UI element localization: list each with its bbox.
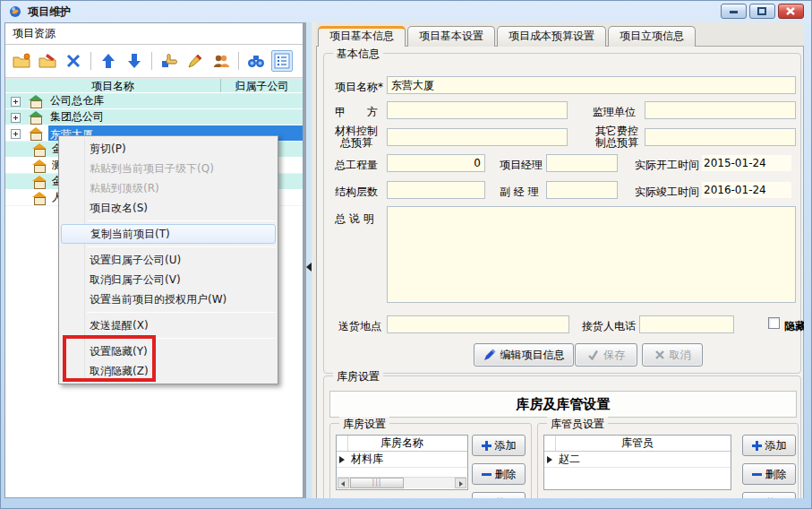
menu-item-copy-project[interactable]: 复制当前项目(T) xyxy=(61,224,276,244)
maximize-button[interactable] xyxy=(749,4,775,19)
modify-pencil-icon xyxy=(751,497,762,498)
menu-item-cut[interactable]: 剪切(P) xyxy=(59,139,278,159)
party-a-label: 甲 方 xyxy=(335,105,378,120)
actual-start-value[interactable]: 2015-01-24 xyxy=(702,155,791,171)
scroll-thumb[interactable] xyxy=(350,478,404,488)
warehouse-subgroup: 库房设置 库房名称 材料库 添加 xyxy=(329,423,532,498)
warehouse-remove-button[interactable]: 删除 xyxy=(472,463,526,485)
tab-basic-settings[interactable]: 项目基本设置 xyxy=(407,26,495,47)
minimize-button[interactable] xyxy=(721,4,747,19)
delivery-place-label: 送货地点 xyxy=(338,319,381,334)
project-house-icon xyxy=(32,177,46,187)
menu-separator xyxy=(87,312,276,313)
keeper-grid-header: 库管员 xyxy=(544,436,731,452)
tab-cost-budget-settings[interactable]: 项目成本预算设置 xyxy=(497,26,606,47)
toolbar-separator xyxy=(151,52,152,70)
x-icon xyxy=(654,349,665,360)
cancel-button[interactable]: 取消 xyxy=(642,343,703,367)
warehouse-modify-button[interactable]: 修改 xyxy=(472,492,526,498)
project-house-icon xyxy=(32,160,46,171)
modify-pencil-icon xyxy=(481,497,491,498)
receiver-phone-input[interactable] xyxy=(639,315,734,333)
tree-row-group-company[interactable]: 集团总公司 xyxy=(5,109,303,125)
warehouse-subgroup-label: 库房设置 xyxy=(339,417,389,432)
summary-textarea[interactable] xyxy=(387,206,796,303)
project-manager-input[interactable] xyxy=(546,154,618,172)
tab-approval-info[interactable]: 项目立项信息 xyxy=(608,26,696,47)
company-house-icon xyxy=(29,112,42,123)
expand-plus-icon[interactable] xyxy=(11,113,21,123)
search-binoculars-icon[interactable] xyxy=(245,50,267,72)
menu-item-rename[interactable]: 项目改名(S) xyxy=(59,198,278,218)
keeper-remove-button[interactable]: 删除 xyxy=(742,463,796,485)
tab-basic-info[interactable]: 项目基本信息 xyxy=(318,26,406,47)
receiver-phone-label: 接货人电话 xyxy=(582,319,636,334)
expand-plus-icon[interactable] xyxy=(11,129,21,139)
rename-pencil-icon[interactable] xyxy=(184,50,206,72)
structure-layers-input[interactable] xyxy=(387,181,485,199)
delivery-place-input[interactable] xyxy=(387,315,569,333)
menu-item-set-subcompany[interactable]: 设置归属子公司(U) xyxy=(59,250,278,270)
project-house-icon xyxy=(32,144,46,155)
party-a-input[interactable] xyxy=(387,101,568,119)
save-button[interactable]: 保存 xyxy=(575,343,637,367)
project-house-icon xyxy=(32,193,46,203)
move-up-icon[interactable] xyxy=(98,50,119,72)
row-marker-icon xyxy=(339,456,345,463)
tree-header: 项目名称 归属子公司 xyxy=(5,78,303,93)
edit-project-button[interactable]: 编辑项目信息 xyxy=(474,343,574,367)
plus-icon xyxy=(482,441,491,451)
actual-end-value[interactable]: 2016-01-24 xyxy=(702,182,791,198)
basic-info-group: 基本信息 项目名称* 甲 方 监理单位 材料控制总预算 其它费控制总预算 总工程… xyxy=(323,53,801,374)
total-quantity-input[interactable] xyxy=(387,154,485,172)
supervisor-input[interactable] xyxy=(645,101,796,119)
warehouse-grid[interactable]: 库房名称 材料库 xyxy=(336,435,468,490)
column-header-project-name[interactable]: 项目名称 xyxy=(5,79,221,92)
users-icon[interactable] xyxy=(210,50,232,72)
warehouse-group-label: 库房设置 xyxy=(333,369,383,384)
deputy-manager-label: 副 经 理 xyxy=(500,185,539,200)
menu-item-unset-subcompany[interactable]: 取消归属子公司(V) xyxy=(59,270,278,289)
new-folder-icon[interactable] xyxy=(11,50,32,72)
project-house-icon xyxy=(29,128,42,139)
hidden-checkbox-label: 隐藏 xyxy=(784,319,804,334)
keeper-row[interactable]: 赵二 xyxy=(544,452,731,468)
move-down-icon[interactable] xyxy=(124,50,145,72)
collapse-left-icon[interactable] xyxy=(306,263,312,272)
other-budget-input[interactable] xyxy=(645,128,796,146)
warehouse-group: 库房设置 库房及库管设置 库房设置 库房名称 材料库 xyxy=(323,375,801,498)
close-button[interactable] xyxy=(778,4,804,19)
menu-item-set-authorized-users[interactable]: 设置当前项目的授权用户(W) xyxy=(59,289,278,309)
warehouse-row[interactable]: 材料库 xyxy=(337,452,467,468)
left-panel-caption: 项目资源 xyxy=(5,23,303,45)
panel-splitter[interactable] xyxy=(303,22,316,498)
tree-row-company-warehouse[interactable]: 公司总仓库 xyxy=(5,93,303,109)
column-header-subcompany[interactable]: 归属子公司 xyxy=(221,79,303,92)
expand-plus-icon[interactable] xyxy=(11,97,21,107)
actual-start-label: 实际开工时间 xyxy=(635,158,699,173)
warehouse-section-title: 库房及库管设置 xyxy=(329,391,797,418)
keeper-add-button[interactable]: 添加 xyxy=(742,435,796,456)
menu-separator xyxy=(87,220,276,221)
edit-folder-icon[interactable] xyxy=(37,50,58,72)
menu-item-paste-top-level[interactable]: 粘贴到顶级(R) xyxy=(59,178,278,198)
group-title: 基本信息 xyxy=(333,47,383,62)
select-hand-icon[interactable] xyxy=(158,50,180,72)
material-budget-input[interactable] xyxy=(387,128,568,146)
keeper-grid[interactable]: 库管员 赵二 xyxy=(543,435,731,490)
delete-icon[interactable] xyxy=(63,50,84,72)
menu-item-paste-as-child[interactable]: 粘贴到当前项目子级下(Q) xyxy=(59,159,278,178)
menu-item-send-reminder[interactable]: 发送提醒(X) xyxy=(59,315,278,335)
horizontal-scrollbar[interactable] xyxy=(338,477,466,488)
warehouse-add-button[interactable]: 添加 xyxy=(472,435,526,456)
scroll-left-icon[interactable] xyxy=(338,478,349,488)
project-name-input[interactable] xyxy=(387,76,796,94)
toolbar-separator xyxy=(238,52,239,70)
deputy-manager-input[interactable] xyxy=(546,181,618,199)
scroll-right-icon[interactable] xyxy=(455,478,466,488)
keeper-modify-button[interactable]: 修改 xyxy=(742,492,796,498)
hidden-checkbox[interactable] xyxy=(768,317,780,329)
keeper-subgroup: 库管员设置 库管员 赵二 添加 删除 修 xyxy=(537,423,799,498)
check-icon xyxy=(587,349,599,360)
list-view-icon[interactable] xyxy=(271,50,293,72)
